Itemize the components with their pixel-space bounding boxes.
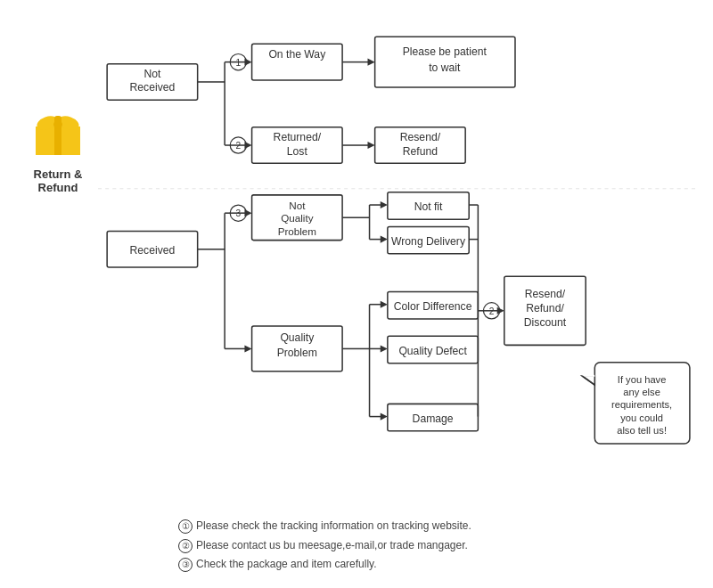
svg-text:Discount: Discount — [524, 316, 567, 329]
svg-marker-59 — [244, 345, 251, 352]
svg-text:Not: Not — [289, 200, 306, 211]
footnote-3-num: ③ — [178, 558, 193, 572]
footnote-1-num: ① — [178, 519, 193, 534]
svg-text:Problem: Problem — [277, 347, 317, 359]
svg-marker-15 — [244, 59, 251, 66]
footnote-3: ③ Check the package and item carefully. — [178, 555, 471, 575]
svg-text:Wrong Delivery: Wrong Delivery — [391, 235, 466, 248]
svg-text:Color Difference: Color Difference — [394, 300, 472, 313]
svg-text:Received: Received — [130, 81, 176, 94]
svg-marker-43 — [244, 209, 251, 216]
footnote-1: ① Please check the tracking information … — [178, 517, 471, 536]
svg-text:you could: you could — [620, 412, 663, 423]
svg-marker-74 — [381, 413, 388, 421]
svg-rect-2 — [54, 127, 61, 155]
svg-text:any else: any else — [623, 387, 660, 397]
footnote-2: ② Please contact us bu meesage,e-mail,or… — [178, 536, 471, 556]
svg-text:Quality: Quality — [281, 212, 313, 224]
svg-text:requirements,: requirements, — [611, 399, 672, 410]
svg-text:Quality Defect: Quality Defect — [398, 345, 467, 357]
svg-marker-26 — [244, 142, 251, 149]
svg-text:Lost: Lost — [287, 145, 308, 158]
svg-text:Not: Not — [143, 68, 161, 80]
svg-rect-6 — [54, 116, 61, 127]
svg-text:Quality: Quality — [280, 331, 315, 344]
svg-text:Received: Received — [130, 244, 176, 257]
left-panel: Return & Refund — [18, 107, 98, 194]
svg-marker-19 — [368, 59, 375, 66]
svg-text:Refund/: Refund/ — [526, 302, 564, 314]
svg-text:On the Way: On the Way — [268, 48, 326, 61]
footnote-2-num: ② — [178, 539, 193, 553]
svg-marker-31 — [368, 142, 375, 149]
icon-label: Return & Refund — [18, 167, 98, 194]
svg-marker-66 — [381, 301, 388, 308]
diagram: Not Received 1 On the Way Please be pati… — [98, 18, 695, 508]
svg-text:Resend/: Resend/ — [525, 288, 566, 300]
svg-text:Resend/: Resend/ — [400, 131, 441, 143]
svg-text:Returned/: Returned/ — [274, 131, 322, 143]
svg-text:Problem: Problem — [278, 225, 316, 237]
svg-text:Not fit: Not fit — [414, 200, 443, 213]
svg-text:Damage: Damage — [413, 412, 454, 425]
svg-text:also tell us!: also tell us! — [617, 425, 667, 436]
svg-marker-70 — [381, 345, 388, 352]
footer-notes: ① Please check the tracking information … — [178, 517, 471, 575]
svg-text:Refund: Refund — [403, 145, 438, 158]
svg-marker-51 — [381, 201, 388, 208]
svg-text:Please be patient: Please be patient — [403, 45, 488, 58]
svg-marker-86 — [497, 307, 504, 314]
footnote-3-text: Check the package and item carefully. — [196, 555, 377, 575]
svg-text:If you have: If you have — [618, 374, 667, 385]
footnote-1-text: Please check the tracking information on… — [196, 517, 471, 536]
svg-text:to wait: to wait — [429, 61, 461, 74]
svg-marker-55 — [381, 236, 388, 243]
footnote-2-text: Please contact us bu meesage,e-mail,or t… — [196, 536, 468, 556]
page-container: Return & Refund Not Received 1 On the Wa… — [0, 0, 713, 588]
gift-icon — [31, 107, 85, 160]
